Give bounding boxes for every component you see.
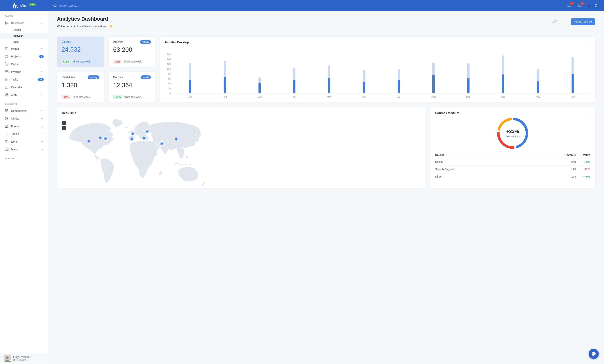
sidebar-item-label: Charts	[11, 117, 19, 120]
bar-apr	[277, 54, 302, 93]
sidebar-item-maps[interactable]: Maps	[0, 145, 48, 153]
map-marker	[87, 139, 91, 143]
y-tick-label: 60	[168, 77, 171, 80]
grid-icon	[5, 109, 8, 113]
map-card-title: Real-Time	[62, 112, 76, 115]
map-marker	[104, 137, 107, 140]
stat-caption: Since last week	[124, 96, 142, 99]
brand[interactable]: Mira PRO	[13, 3, 36, 8]
shopping-cart-icon	[5, 62, 8, 66]
stat-period-badge: Monthly	[88, 75, 99, 79]
map-zoom-out-button[interactable]: -	[62, 126, 66, 130]
sidebar-subitem-analytics[interactable]: Analytics	[0, 33, 48, 39]
stat-delta-badge: -18%	[62, 95, 70, 99]
stat-period-badge: Yearly	[141, 75, 151, 79]
y-tick-label: 40	[168, 82, 171, 85]
sidebar-item-charts[interactable]: Charts	[0, 115, 48, 122]
stat-card-real-time: Real-TimeMonthly1.320-18%Since last week	[57, 72, 104, 103]
sidebar-item-tasks[interactable]: Tasks17	[0, 75, 48, 83]
y-tick-label: 20	[168, 87, 171, 90]
sidebar-item-pages[interactable]: Pages	[0, 45, 48, 52]
sidebar-item-label: Invoices	[11, 70, 21, 73]
pie-chart-icon	[5, 117, 8, 120]
brand-name: Mira	[20, 4, 27, 8]
mobile-desktop-chart-card: Mobile / Desktop 020406080100120140160 J…	[160, 37, 302, 102]
sidebar-item-label: Auth	[11, 93, 17, 96]
x-tick-label: Jan	[173, 96, 207, 98]
chart-bars	[173, 54, 302, 93]
sidebar-section-label-pages: Pages	[0, 11, 48, 19]
chevron-down-icon	[41, 140, 44, 143]
layout-icon	[5, 47, 8, 50]
sidebar-item-forms[interactable]: Forms	[0, 122, 48, 130]
stat-card-visitors: Visitors24.532+14%Since last week	[57, 37, 104, 67]
sidebar-item-label: Projects	[11, 55, 21, 58]
sidebar-subitem-default[interactable]: Default	[0, 27, 48, 33]
chevron-down-icon	[41, 47, 44, 50]
y-tick-label: 0	[169, 92, 171, 95]
sidebar: PagesDashboardDefaultAnalyticsSaaSPagesP…	[0, 11, 48, 182]
sidebar-item-label: Dashboard	[11, 22, 24, 25]
sidebar-item-label: Tasks	[11, 78, 18, 81]
stat-title: Visitors	[62, 40, 71, 44]
users-icon	[5, 93, 8, 97]
search-icon	[53, 4, 57, 8]
chart-y-axis: 020406080100120140160	[165, 54, 171, 93]
world-map[interactable]	[62, 117, 302, 182]
stat-caption: Since last week	[72, 60, 91, 63]
sidebar-item-projects[interactable]: Projects8	[0, 52, 48, 60]
stat-card-activity: ActivityAnnual63.200-12%Since last week	[109, 37, 155, 67]
sidebar-item-dashboard[interactable]: Dashboard	[0, 19, 48, 27]
stat-title: Bounce	[113, 75, 123, 79]
navbar-search	[53, 4, 102, 8]
world-map-svg	[62, 117, 212, 182]
stat-delta-badge: +14%	[62, 60, 71, 63]
main-content: Analytics Dashboard Welcome back, Lucy! …	[48, 11, 302, 182]
chevron-down-icon	[41, 109, 44, 113]
list-icon	[5, 132, 8, 136]
map-marker	[160, 142, 164, 145]
sidebar-item-tables[interactable]: Tables	[0, 130, 48, 138]
chevron-down-icon	[41, 117, 44, 120]
sidebar-subitem-saas[interactable]: SaaS	[0, 39, 48, 45]
map-marker	[131, 132, 135, 136]
y-tick-label: 140	[167, 58, 171, 61]
x-tick-label: Mar	[242, 96, 277, 98]
stat-delta-badge: -12%	[113, 60, 121, 63]
sidebar-nav: PagesDashboardDefaultAnalyticsSaaSPagesP…	[0, 11, 48, 182]
sidebar-item-label: Icons	[11, 140, 18, 143]
stacked-bar-chart: 020406080100120140160 JanFebMarAprMayJun…	[165, 54, 302, 98]
heart-icon	[5, 140, 8, 143]
sidebar-item-invoices[interactable]: Invoices	[0, 68, 48, 75]
sidebar-item-label: Pages	[11, 47, 19, 50]
sidebar-item-calendar[interactable]: Calendar	[0, 83, 48, 91]
search-input[interactable]	[59, 4, 102, 7]
sidebar-item-icons[interactable]: Icons	[0, 138, 48, 145]
check-square-icon	[5, 78, 8, 81]
chevron-down-icon	[41, 70, 44, 73]
stats-grid: Visitors24.532+14%Since last weekActivit…	[57, 37, 155, 102]
map-marker	[130, 137, 134, 141]
map-marker	[175, 137, 178, 141]
map-marker	[142, 136, 146, 140]
x-tick-label: Feb	[207, 96, 242, 98]
chevron-down-icon	[41, 148, 44, 151]
map-marker	[145, 130, 149, 133]
realtime-map-card: Real-Time + -	[57, 107, 302, 182]
sidebar-item-label: Orders	[11, 63, 19, 66]
stat-title: Activity	[113, 40, 123, 44]
sidebar-item-label: Forms	[11, 125, 19, 128]
sidebar-item-components[interactable]: Components	[0, 107, 48, 115]
stat-title: Real-Time	[62, 75, 75, 79]
credit-card-icon	[5, 70, 8, 74]
chart-card-title: Mobile / Desktop	[165, 41, 189, 44]
bar-jan	[173, 54, 207, 93]
stat-value: 1.320	[62, 82, 99, 89]
stat-caption: Since last week	[72, 96, 90, 99]
sidebar-item-orders[interactable]: Orders	[0, 60, 48, 68]
y-tick-label: 160	[167, 53, 171, 56]
sidebar-item-auth[interactable]: Auth	[0, 91, 48, 99]
map-zoom-in-button[interactable]: +	[62, 121, 66, 125]
sidebar-section-label-mira-pro: Mira Pro	[0, 153, 48, 161]
stat-period-badge: Annual	[140, 40, 151, 44]
